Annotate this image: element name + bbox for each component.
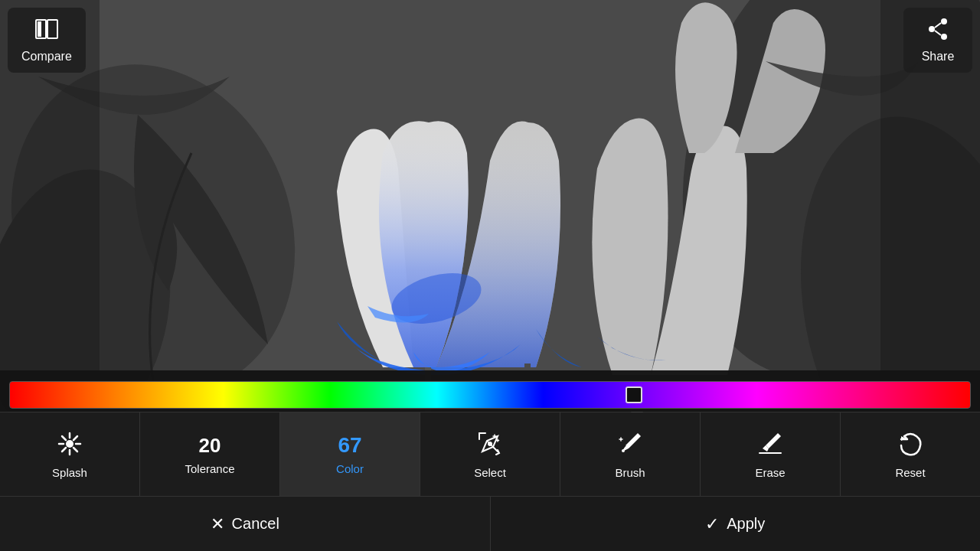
svg-point-34 — [622, 449, 625, 452]
compare-label: Compare — [21, 50, 72, 64]
apply-icon: ✓ — [705, 514, 719, 534]
svg-point-13 — [941, 18, 947, 24]
reset-tool-button[interactable]: Reset — [841, 412, 980, 496]
cancel-icon: ✕ — [211, 514, 224, 534]
erase-icon — [756, 430, 784, 461]
splash-icon — [56, 430, 83, 461]
svg-line-23 — [62, 436, 66, 440]
brush-icon — [616, 430, 644, 461]
slider-handle[interactable] — [626, 386, 642, 403]
svg-line-16 — [935, 23, 941, 28]
reset-label: Reset — [895, 466, 925, 479]
apply-label: Apply — [727, 515, 765, 533]
select-tool-button[interactable]: Select — [420, 412, 560, 496]
svg-line-17 — [935, 31, 941, 35]
tolerance-value: 20 — [199, 434, 221, 458]
splash-tool-button[interactable]: Splash — [0, 412, 140, 496]
tools-row: Splash 20 Tolerance 67 Color — [0, 412, 980, 496]
color-tool-button[interactable]: 67 Color — [280, 412, 420, 496]
cancel-label: Cancel — [232, 515, 279, 533]
svg-line-26 — [62, 448, 66, 452]
tolerance-tool-button[interactable]: 20 Tolerance — [140, 412, 280, 496]
svg-point-14 — [929, 26, 935, 32]
action-row: ✕ Cancel ✓ Apply — [0, 496, 980, 551]
erase-tool-button[interactable]: Erase — [701, 412, 841, 496]
select-icon — [476, 430, 504, 461]
svg-rect-11 — [38, 21, 41, 37]
svg-rect-12 — [47, 20, 57, 38]
svg-point-15 — [941, 34, 947, 40]
svg-line-25 — [74, 436, 77, 440]
tolerance-label: Tolerance — [185, 462, 234, 475]
share-button[interactable]: Share — [903, 8, 972, 73]
erase-label: Erase — [755, 466, 785, 479]
slider-row — [0, 370, 980, 412]
color-slider[interactable] — [9, 381, 971, 409]
color-value: 67 — [338, 433, 361, 458]
share-icon — [926, 17, 950, 45]
share-label: Share — [922, 50, 955, 64]
svg-line-29 — [493, 447, 498, 452]
splash-label: Splash — [52, 466, 87, 479]
reset-icon — [897, 430, 924, 461]
apply-button[interactable]: ✓ Apply — [491, 497, 981, 551]
svg-point-18 — [66, 440, 74, 448]
brush-label: Brush — [615, 466, 645, 479]
bottom-panel: Splash 20 Tolerance 67 Color — [0, 370, 980, 551]
compare-icon — [34, 17, 59, 45]
svg-line-24 — [74, 448, 77, 452]
compare-button[interactable]: Compare — [8, 8, 86, 73]
select-label: Select — [474, 466, 506, 479]
color-label: Color — [336, 462, 364, 475]
cancel-button[interactable]: ✕ Cancel — [0, 497, 491, 551]
brush-tool-button[interactable]: Brush — [560, 412, 701, 496]
